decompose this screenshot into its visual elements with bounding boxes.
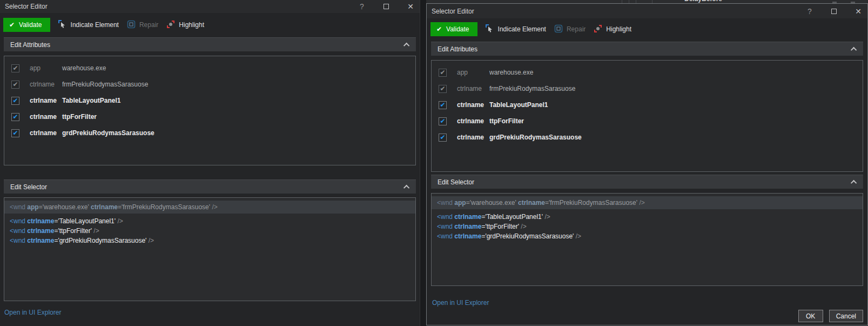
- maximize-icon[interactable]: [830, 8, 838, 15]
- edit-selector-editor[interactable]: <wnd app='warehouse.exe' ctrlname='frmPr…: [4, 197, 416, 301]
- close-icon[interactable]: ✕: [407, 3, 414, 10]
- attribute-value: TableLayoutPanel1: [489, 101, 548, 109]
- cancel-button[interactable]: Cancel: [829, 310, 863, 322]
- edit-selector-editor[interactable]: <wnd app='warehouse.exe' ctrlname='frmPr…: [431, 193, 863, 286]
- attribute-row[interactable]: ✔ctrlnamegrdPrekiuRodymasSarasuose: [4, 125, 415, 141]
- selector-token: ctrlname: [453, 232, 481, 240]
- selector-token: />: [92, 227, 99, 235]
- selector-token: />: [543, 213, 550, 221]
- indicate-element-icon: [486, 24, 494, 35]
- attribute-name: app: [457, 69, 489, 76]
- collapse-chevron-icon[interactable]: [851, 46, 857, 52]
- collapse-chevron-icon[interactable]: [403, 184, 409, 190]
- selector-token: 'ttpForFilter': [58, 227, 92, 235]
- titlebar[interactable]: Selector Editor ? ✕: [427, 4, 867, 18]
- attribute-row[interactable]: ✔appwarehouse.exe: [4, 60, 415, 76]
- titlebar[interactable]: Selector Editor ? ✕: [0, 0, 420, 13]
- validate-button[interactable]: ✔ Validate: [430, 22, 477, 36]
- open-ui-explorer-link[interactable]: Open in UI Explorer: [4, 309, 61, 316]
- attribute-row[interactable]: ✔ctrlnamettpForFilter: [4, 109, 415, 125]
- selector-token: <wnd: [437, 223, 453, 230]
- open-ui-explorer-link[interactable]: Open in UI Explorer: [432, 299, 489, 307]
- attribute-row[interactable]: ✔ctrlnameTableLayoutPanel1: [432, 97, 863, 113]
- attribute-row[interactable]: ✔ctrlnamefrmPrekiuRodymasSarasuose: [4, 76, 415, 92]
- selector-token: app: [453, 199, 466, 207]
- attribute-row[interactable]: ✔appwarehouse.exe: [432, 64, 863, 81]
- edit-attributes-header: Edit Attributes: [431, 42, 863, 56]
- selector-token: 'frmPrekiuRodymasSarasuose': [122, 203, 210, 211]
- highlight-icon: [594, 24, 602, 35]
- selector-token: =: [39, 203, 43, 211]
- selector-token: 'ttpForFilter': [485, 223, 519, 230]
- check-icon: ✔: [9, 21, 15, 29]
- validate-label: Validate: [446, 25, 469, 33]
- selector-token: <wnd: [437, 199, 453, 207]
- edit-selector-header: Edit Selector: [4, 179, 416, 194]
- attribute-checkbox-checked[interactable]: ✔: [11, 113, 19, 121]
- close-icon[interactable]: ✕: [854, 8, 862, 15]
- selector-token: 'frmPrekiuRodymasSarasuose': [549, 199, 637, 207]
- selector-token: ctrlname: [516, 199, 545, 207]
- collapse-chevron-icon[interactable]: [403, 42, 409, 48]
- selector-token: ctrlname: [453, 213, 481, 221]
- attribute-value: warehouse.exe: [489, 69, 533, 76]
- attribute-checkbox-checked[interactable]: ✔: [439, 117, 447, 125]
- repair-button: Repair: [127, 20, 158, 30]
- selector-token: ctrlname: [25, 227, 54, 235]
- maximize-icon[interactable]: [382, 3, 390, 10]
- highlight-icon: [166, 20, 175, 30]
- attribute-value: ttpForFilter: [489, 117, 524, 125]
- selector-token: <wnd: [10, 217, 25, 225]
- selector-line[interactable]: <wnd app='warehouse.exe' ctrlname='frmPr…: [432, 196, 863, 209]
- indicate-element-label: Indicate Element: [498, 25, 546, 33]
- attribute-name: ctrlname: [30, 81, 62, 88]
- help-icon[interactable]: ?: [806, 8, 813, 15]
- selector-line[interactable]: <wnd ctrlname='ttpForFilter' />: [432, 222, 863, 231]
- attribute-checkbox-checked[interactable]: ✔: [11, 129, 19, 137]
- attribute-value: grdPrekiuRodymasSarasuose: [62, 129, 154, 137]
- selector-line[interactable]: <wnd ctrlname='TableLayoutPanel1' />: [4, 216, 415, 226]
- selector-line[interactable]: <wnd ctrlname='TableLayoutPanel1' />: [432, 212, 863, 222]
- indicate-element-button[interactable]: Indicate Element: [486, 24, 546, 35]
- selector-line[interactable]: <wnd ctrlname='grdPrekiuRodymasSarasuose…: [432, 231, 863, 241]
- attribute-checkbox-checked[interactable]: ✔: [439, 101, 447, 109]
- indicate-element-button[interactable]: Indicate Element: [58, 20, 119, 30]
- highlight-button[interactable]: Highlight: [594, 24, 631, 35]
- attribute-row[interactable]: ✔ctrlnameTableLayoutPanel1: [4, 92, 415, 109]
- attribute-checkbox-checked: ✔: [11, 81, 19, 89]
- attribute-checkbox-checked: ✔: [11, 64, 19, 72]
- selector-token: <wnd: [437, 213, 453, 221]
- selector-line[interactable]: <wnd ctrlname='ttpForFilter' />: [4, 226, 415, 236]
- dialog-buttons: OK Cancel: [798, 310, 863, 322]
- attribute-row[interactable]: ✔ctrlnamegrdPrekiuRodymasSarasuose: [432, 129, 863, 145]
- attribute-name: ctrlname: [30, 97, 62, 104]
- attribute-name: app: [30, 64, 62, 72]
- attribute-row[interactable]: ✔ctrlnamefrmPrekiuRodymasSarasuose: [432, 81, 863, 97]
- attribute-checkbox-checked[interactable]: ✔: [11, 97, 19, 105]
- selector-token: ctrlname: [25, 237, 54, 244]
- validate-button[interactable]: ✔ Validate: [3, 18, 50, 32]
- background-gap: [420, 0, 426, 326]
- selector-token: <wnd: [10, 227, 25, 235]
- highlight-label: Highlight: [179, 21, 204, 29]
- selector-token: app: [25, 203, 39, 211]
- selector-token: 'TableLayoutPanel1': [58, 217, 116, 225]
- selector-token: ctrlname: [453, 223, 481, 230]
- selector-token: ctrlname: [89, 203, 118, 211]
- attribute-checkbox-checked[interactable]: ✔: [439, 134, 447, 142]
- highlight-button[interactable]: Highlight: [166, 20, 204, 30]
- ok-button[interactable]: OK: [798, 310, 823, 322]
- highlight-label: Highlight: [606, 25, 631, 33]
- help-icon[interactable]: ?: [358, 3, 366, 10]
- selector-token: />: [637, 199, 645, 207]
- repair-icon: [554, 24, 563, 35]
- selector-token: <wnd: [437, 232, 453, 240]
- selector-line[interactable]: <wnd app='warehouse.exe' ctrlname='frmPr…: [4, 201, 415, 214]
- repair-icon: [127, 20, 136, 30]
- collapse-chevron-icon[interactable]: [851, 179, 857, 185]
- attribute-row[interactable]: ✔ctrlnamettpForFilter: [432, 113, 863, 129]
- selector-token: 'grdPrekiuRodymasSarasuose': [485, 232, 574, 240]
- toolbar: ✔ Validate Indicate Element Repair Highl…: [3, 18, 416, 32]
- selector-line[interactable]: <wnd ctrlname='grdPrekiuRodymasSarasuose…: [4, 236, 415, 245]
- selector-token: <wnd: [10, 237, 25, 244]
